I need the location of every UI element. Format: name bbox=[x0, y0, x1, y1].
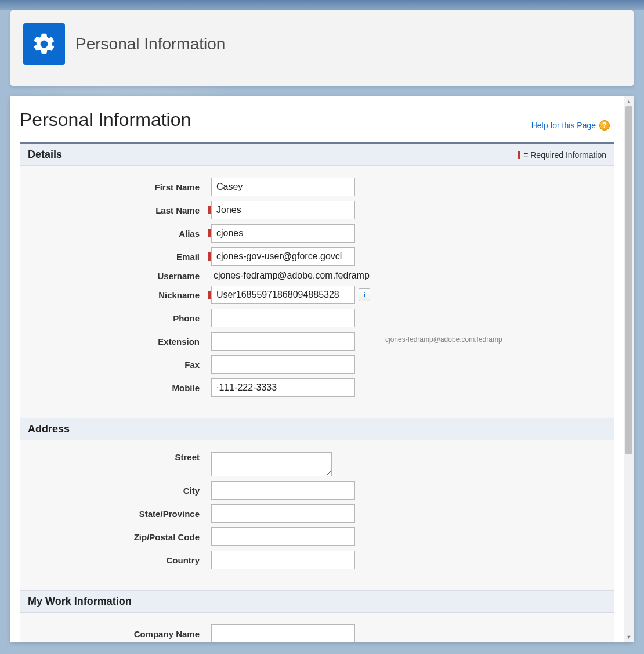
section-title-details: Details bbox=[28, 149, 62, 161]
scrollbar[interactable]: ▲ ▼ bbox=[624, 96, 634, 642]
label-last-name: Last Name bbox=[28, 205, 208, 215]
section-body-work: Company Name bbox=[20, 613, 614, 642]
side-note-text: cjones-fedramp@adobe.com.fedramp bbox=[385, 335, 502, 344]
form-outer: Details = Required Information First Nam… bbox=[20, 142, 614, 642]
alias-input[interactable] bbox=[211, 224, 355, 243]
label-phone: Phone bbox=[28, 313, 208, 323]
mobile-input[interactable] bbox=[211, 378, 355, 397]
fax-input[interactable] bbox=[211, 355, 355, 374]
section-header-address: Address bbox=[20, 418, 614, 440]
username-value: cjones-fedramp@adobe.com.fedramp bbox=[211, 270, 370, 281]
label-street: Street bbox=[28, 452, 208, 462]
city-input[interactable] bbox=[211, 481, 355, 500]
content-panel: Personal Information Help for this Page … bbox=[10, 96, 634, 642]
email-input[interactable] bbox=[211, 247, 355, 266]
state-input[interactable] bbox=[211, 504, 355, 523]
label-nickname: Nickname bbox=[28, 290, 208, 300]
street-input[interactable] bbox=[211, 452, 332, 476]
required-legend-text: = Required Information bbox=[523, 150, 606, 160]
section-body-address: Street City State/Province Zip/Postal Co… bbox=[20, 440, 614, 590]
page-header: Personal Information Help for this Page … bbox=[10, 96, 624, 142]
gear-icon bbox=[23, 23, 65, 65]
nickname-input[interactable] bbox=[211, 286, 355, 304]
label-first-name: First Name bbox=[28, 182, 208, 192]
header-panel: Personal Information bbox=[10, 10, 634, 86]
required-mark-icon bbox=[208, 229, 211, 237]
required-mark-icon bbox=[208, 291, 211, 299]
company-input[interactable] bbox=[211, 624, 355, 642]
help-icon[interactable]: ? bbox=[599, 120, 610, 131]
content-scroll-area[interactable]: Personal Information Help for this Page … bbox=[10, 96, 624, 642]
header-title: Personal Information bbox=[75, 35, 225, 53]
required-legend: = Required Information bbox=[518, 150, 606, 160]
help-wrap: Help for this Page ? bbox=[531, 120, 610, 131]
section-body-details: First Name Last Name Alias Email bbox=[20, 166, 614, 418]
scroll-up-arrow-icon[interactable]: ▲ bbox=[624, 96, 634, 106]
zip-input[interactable] bbox=[211, 527, 355, 546]
required-mark-icon bbox=[208, 252, 211, 261]
help-link[interactable]: Help for this Page bbox=[531, 121, 596, 130]
scroll-track[interactable] bbox=[624, 106, 634, 632]
label-city: City bbox=[28, 486, 208, 496]
section-title-address: Address bbox=[28, 423, 70, 435]
section-title-work: My Work Information bbox=[28, 595, 132, 608]
section-header-work: My Work Information bbox=[20, 590, 614, 613]
scroll-down-arrow-icon[interactable]: ▼ bbox=[624, 632, 634, 642]
required-mark-icon bbox=[208, 206, 211, 214]
first-name-input[interactable] bbox=[211, 178, 355, 196]
label-username: Username bbox=[28, 271, 208, 281]
label-alias: Alias bbox=[28, 229, 208, 239]
topbar-gradient bbox=[0, 0, 644, 10]
label-mobile: Mobile bbox=[28, 383, 208, 393]
info-icon[interactable]: i bbox=[359, 288, 370, 301]
label-country: Country bbox=[28, 555, 208, 565]
label-email: Email bbox=[28, 252, 208, 262]
label-zip: Zip/Postal Code bbox=[28, 532, 208, 542]
last-name-input[interactable] bbox=[211, 201, 355, 219]
label-company: Company Name bbox=[28, 629, 208, 639]
page-title: Personal Information bbox=[20, 109, 191, 131]
label-state: State/Province bbox=[28, 509, 208, 519]
label-fax: Fax bbox=[28, 360, 208, 370]
scroll-thumb[interactable] bbox=[625, 106, 632, 454]
section-header-details: Details = Required Information bbox=[20, 144, 614, 166]
phone-input[interactable] bbox=[211, 309, 355, 327]
extension-input[interactable] bbox=[211, 332, 355, 351]
label-extension: Extension bbox=[28, 337, 208, 346]
required-mark-icon bbox=[518, 151, 520, 159]
country-input[interactable] bbox=[211, 551, 355, 569]
